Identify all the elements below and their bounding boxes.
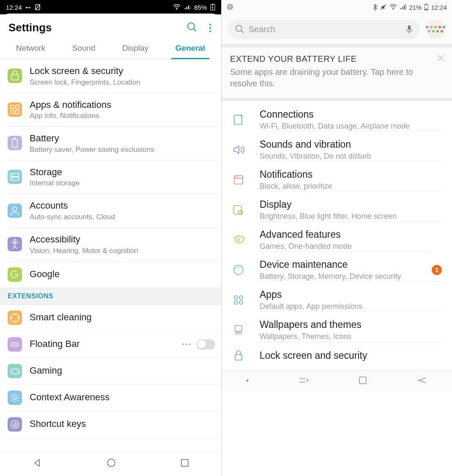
- list-item[interactable]: Smart cleaning: [8, 305, 221, 331]
- item-sub: Games, One-handed mode: [260, 242, 439, 251]
- item-title: Battery: [30, 132, 215, 145]
- item-sub: Battery, Storage, Memory, Device securit…: [260, 272, 429, 281]
- svg-rect-15: [11, 177, 19, 180]
- status-bar-right: 21% 12:24: [222, 0, 452, 14]
- power-icon: [227, 3, 233, 11]
- list-item[interactable]: Lock screen & security Screen lock, Fing…: [8, 59, 221, 93]
- home-button[interactable]: [106, 458, 116, 470]
- item-sub: Internal storage: [30, 179, 215, 187]
- close-icon[interactable]: [436, 53, 445, 64]
- item-sub: Auto-sync accounts, Cloud: [30, 213, 215, 221]
- shortcut-icon: [8, 417, 22, 432]
- svg-point-27: [18, 371, 19, 373]
- item-title: Google: [30, 268, 215, 281]
- search-input[interactable]: Search: [228, 19, 420, 39]
- list-item[interactable]: Battery Battery saver, Power saving excl…: [8, 127, 221, 160]
- list-item[interactable]: Shortcut keys: [8, 411, 221, 438]
- recents-button[interactable]: [180, 458, 189, 469]
- nav-bar-left: [0, 451, 221, 476]
- svg-rect-39: [425, 9, 427, 10]
- item-text: Notifications Block, allow, prioritize: [260, 161, 442, 191]
- mic-icon[interactable]: [405, 25, 413, 34]
- svg-rect-45: [234, 115, 242, 124]
- item-text: Storage Internal storage: [30, 166, 215, 188]
- svg-point-58: [239, 301, 243, 304]
- more-icon[interactable]: •••: [182, 341, 192, 348]
- list-item[interactable]: Gaming: [8, 358, 221, 385]
- tab-display[interactable]: Display: [118, 40, 153, 59]
- item-sub: Wi-Fi, Bluetooth, Data usage, Airplane m…: [260, 122, 439, 131]
- profile-avatar[interactable]: [426, 19, 445, 39]
- svg-point-32: [227, 4, 233, 9]
- svg-rect-11: [16, 110, 19, 114]
- tab-sound[interactable]: Sound: [68, 40, 100, 59]
- item-title: Lock screen & security: [30, 65, 215, 77]
- list-item[interactable]: Accessibility Vision, Hearing, Motor & c…: [8, 228, 221, 261]
- list-item[interactable]: Apps & notifications App info, Notificat…: [8, 93, 221, 127]
- svg-point-24: [16, 344, 17, 344]
- item-sub: Default apps, App permissions: [260, 302, 439, 311]
- extensions-list: Smart cleaning Floating Bar ••• Gaming C…: [0, 305, 221, 438]
- item-text: Display Brightness, Blue light filter, H…: [260, 191, 442, 221]
- signal-icon: [184, 4, 191, 10]
- context-icon: [8, 391, 22, 405]
- search-icon[interactable]: [186, 22, 197, 34]
- recents-button[interactable]: [298, 376, 309, 386]
- svg-rect-9: [16, 105, 19, 109]
- svg-point-17: [12, 178, 13, 179]
- svg-rect-50: [234, 206, 241, 214]
- svg-rect-59: [235, 325, 242, 331]
- status-battery: 21%: [409, 4, 422, 11]
- item-sub: Battery saver, Power saving exclusions: [30, 146, 215, 154]
- list-item[interactable]: Storage Internal storage: [8, 160, 221, 194]
- svg-point-16: [12, 174, 13, 175]
- toggle-switch[interactable]: [197, 339, 215, 349]
- back-button[interactable]: [416, 376, 427, 386]
- svg-point-23: [14, 344, 15, 344]
- item-text: Accessibility Vision, Hearing, Motor & c…: [30, 234, 215, 255]
- item-text: Battery Battery saver, Power saving excl…: [30, 132, 215, 154]
- list-item[interactable]: Context Awareness: [8, 385, 221, 411]
- svg-point-49: [237, 176, 238, 177]
- search-bar-area: Search: [222, 14, 452, 44]
- item-sub: App info, Notifications: [30, 112, 215, 120]
- item-title: Storage: [30, 166, 215, 179]
- page-title: Settings: [8, 21, 52, 34]
- item-title: Notifications: [260, 169, 439, 180]
- item-text: Sounds and vibration Sounds, Vibration, …: [260, 131, 442, 161]
- svg-rect-4: [212, 4, 214, 5]
- home-button[interactable]: [358, 376, 367, 387]
- more-icon[interactable]: [209, 24, 211, 32]
- svg-rect-38: [425, 4, 427, 5]
- list-item[interactable]: Accounts Auto-sync accounts, Cloud: [8, 194, 221, 228]
- svg-line-1: [35, 5, 40, 10]
- item-title: Floating Bar: [30, 338, 182, 350]
- item-text: Lock screen & security Screen lock, Fing…: [30, 65, 215, 87]
- tab-network[interactable]: Network: [12, 40, 50, 59]
- item-title: Lock screen and security: [260, 350, 439, 361]
- sound-icon: [232, 143, 245, 157]
- list-item[interactable]: Floating Bar •••: [8, 331, 221, 358]
- samsung-settings-phone: 21% 12:24 Search EXTEND YOUR BATTERY LIF…: [221, 0, 452, 476]
- list-item[interactable]: Lock screen and security: [232, 349, 452, 370]
- banner-title: EXTEND YOUR BATTERY LIFE: [230, 54, 429, 64]
- float-icon: [8, 337, 22, 352]
- banner-battery[interactable]: EXTEND YOUR BATTERY LIFE Some apps are d…: [222, 47, 452, 98]
- back-button[interactable]: [32, 458, 42, 470]
- clean-icon: [8, 311, 22, 325]
- list-item[interactable]: Google: [8, 261, 221, 288]
- item-text: Google: [30, 268, 215, 281]
- settings-list-right: Connections Wi-Fi, Bluetooth, Data usage…: [222, 101, 452, 370]
- svg-point-2: [176, 9, 178, 10]
- item-title: Gaming: [30, 365, 215, 377]
- bluetooth-icon: [373, 4, 378, 11]
- settings-list: Lock screen & security Screen lock, Fing…: [0, 59, 221, 288]
- status-time: 12:24: [431, 4, 447, 11]
- item-title: Apps: [260, 289, 439, 300]
- wall-icon: [232, 323, 245, 337]
- svg-rect-14: [11, 173, 19, 176]
- tab-general[interactable]: General: [171, 40, 210, 59]
- svg-line-41: [241, 30, 244, 33]
- svg-rect-7: [11, 74, 18, 80]
- item-text: Lock screen and security: [260, 342, 442, 361]
